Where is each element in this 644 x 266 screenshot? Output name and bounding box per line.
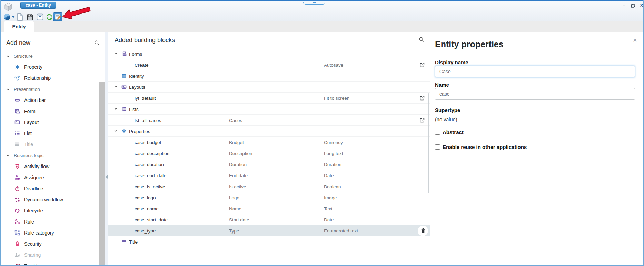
tree-item-dynamic-workflow[interactable]: Dynamic workflow	[1, 194, 99, 205]
chevron-down-icon[interactable]	[114, 107, 118, 111]
tree-group-structure[interactable]: Structure	[1, 50, 99, 61]
close-icon[interactable]: ✕	[633, 37, 637, 44]
tab-entity[interactable]: Entity	[4, 21, 34, 32]
block-row-case-logo[interactable]: case_logo Logo Image	[108, 192, 430, 203]
panel-splitter[interactable]	[105, 32, 108, 265]
item-label: Action bar	[24, 97, 46, 103]
chevron-down-icon[interactable]	[114, 129, 118, 133]
tree-group-business-logic[interactable]: Business logic	[1, 150, 99, 161]
chevron-down-icon[interactable]	[114, 85, 118, 88]
pin-document-icon[interactable]	[36, 13, 44, 21]
list-scrollbar[interactable]	[428, 93, 429, 193]
group-row-layouts[interactable]: Layouts	[108, 82, 430, 93]
abstract-checkbox[interactable]	[435, 130, 440, 135]
tree-group-presentation[interactable]: Presentation	[1, 84, 99, 95]
property-icon	[14, 64, 20, 70]
chevron-down-icon[interactable]	[6, 54, 10, 58]
block-row-lyt-default[interactable]: lyt_default Fit to screen	[108, 93, 430, 104]
block-row-case-duration[interactable]: case_duration Duration Duration	[108, 159, 430, 170]
chevron-down-icon[interactable]	[6, 87, 10, 91]
reuse-checkbox[interactable]	[435, 144, 440, 150]
group-row-lists[interactable]: Lists	[108, 104, 430, 115]
restore-button[interactable]	[630, 2, 636, 9]
tree-item-rule[interactable]: Rule	[1, 216, 99, 227]
block-row-case-description[interactable]: case_description Description Long text	[108, 148, 430, 159]
chevron-down-icon[interactable]	[6, 154, 10, 158]
block-row-case-type-selected[interactable]: case_type Type Enumerated text	[108, 225, 430, 236]
block-type: Currency	[324, 140, 343, 145]
tree-item-form[interactable]: Form	[1, 106, 99, 117]
toolbar	[1, 11, 643, 22]
block-row-case-start-date[interactable]: case_start_date Start date Date	[108, 214, 430, 225]
security-icon	[14, 241, 20, 247]
block-row-case-end-date[interactable]: case_end_date End date Date	[108, 170, 430, 181]
tree-item-lifecycle[interactable]: Lifecycle	[1, 205, 99, 216]
item-label: Lifecycle	[24, 208, 43, 213]
display-name-field[interactable]	[435, 66, 635, 77]
layout-icon	[121, 84, 127, 89]
collapse-left-icon[interactable]	[106, 175, 108, 179]
tree-item-security[interactable]: Security	[1, 238, 99, 249]
assignee-icon	[14, 175, 20, 180]
tree-item-activity-flow[interactable]: Activity flow	[1, 161, 99, 172]
relationship-icon	[14, 75, 20, 81]
block-name: lst_all_cases	[135, 118, 161, 123]
block-name: Create	[135, 63, 149, 68]
item-label: Rule	[24, 219, 34, 225]
dropdown-caret-icon[interactable]	[11, 13, 15, 21]
group-row-properties[interactable]: Properties	[108, 126, 430, 137]
tree-item-deadline[interactable]: Deadline	[1, 183, 99, 194]
tree-item-list[interactable]: List	[1, 128, 99, 139]
search-icon[interactable]	[419, 37, 424, 42]
tree-item-property[interactable]: Property	[1, 61, 99, 73]
block-name: case_end_date	[135, 173, 166, 178]
chevron-down-icon[interactable]	[114, 51, 118, 55]
block-row-lst-all-cases[interactable]: lst_all_cases Cases	[108, 115, 430, 126]
open-external-icon[interactable]	[419, 62, 425, 68]
block-name: case_is_active	[135, 184, 165, 189]
block-row-create[interactable]: Create Autosave	[108, 59, 430, 70]
save-icon[interactable]	[26, 13, 34, 21]
block-row-case-name[interactable]: case_name Name Text	[108, 203, 430, 214]
block-display-name: Duration	[229, 162, 247, 167]
group-row-forms[interactable]: Forms	[108, 48, 430, 59]
block-display-name: Start date	[229, 217, 249, 222]
tree-item-layout[interactable]: Layout	[1, 117, 99, 128]
abstract-checkbox-row: Abstract	[435, 129, 464, 135]
dynamic-workflow-icon	[14, 197, 20, 202]
hidden-panel-handle[interactable]	[303, 2, 325, 5]
sidebar-scrollbar[interactable]	[99, 82, 105, 266]
edit-icon[interactable]	[53, 12, 62, 21]
block-display-name: Description	[229, 151, 252, 156]
name-label: Name	[435, 82, 449, 88]
block-type: Enumerated text	[324, 228, 358, 234]
open-external-icon[interactable]	[419, 117, 425, 123]
item-label: List	[24, 131, 32, 136]
group-row-identity[interactable]: Identity	[108, 70, 430, 82]
block-detail: Autosave	[324, 63, 343, 68]
tree-item-rule-category[interactable]: Rule category	[1, 227, 99, 238]
title-icon	[14, 142, 20, 147]
delete-button[interactable]	[418, 226, 428, 236]
search-icon[interactable]	[94, 40, 100, 46]
model-icon[interactable]	[3, 13, 11, 21]
panel-title: Added building blocks	[115, 37, 175, 44]
minimize-button[interactable]: –	[621, 2, 627, 9]
deadline-icon	[14, 186, 20, 191]
block-row-case-is-active[interactable]: case_is_active Is active Boolean	[108, 181, 430, 192]
block-display-name: Name	[229, 206, 241, 211]
item-label: Sharing	[24, 252, 41, 258]
name-field[interactable]	[435, 88, 635, 100]
tree-item-relationship[interactable]: Relationship	[1, 73, 99, 84]
added-building-blocks-panel: Added building blocks Forms Create Autos…	[108, 32, 430, 265]
tree-item-tracking[interactable]: Tracking	[1, 260, 99, 266]
refresh-icon[interactable]	[45, 13, 53, 21]
block-row-case-budget[interactable]: case_budget Budget Currency	[108, 137, 430, 148]
tree-item-action-bar[interactable]: Action bar	[1, 95, 99, 106]
tree-item-assignee[interactable]: Assignee	[1, 172, 99, 183]
close-button[interactable]: ✕	[638, 2, 644, 9]
new-document-icon[interactable]	[16, 13, 24, 21]
open-external-icon[interactable]	[419, 95, 425, 101]
group-row-title[interactable]: Title	[108, 236, 430, 247]
block-detail: Fit to screen	[324, 96, 349, 101]
